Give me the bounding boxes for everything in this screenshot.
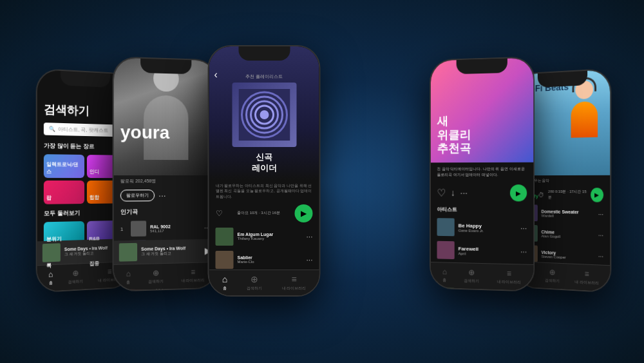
playlist-cover: [232, 83, 296, 147]
phone-notch-2: [140, 59, 191, 74]
playlist-track-2-thumb: [216, 251, 234, 269]
genre-hiphop-label: 힙합: [89, 194, 99, 201]
nav-library-label-4: 내 라이브러리: [497, 279, 522, 286]
playlist-track-2: Sablier Marie-Clo ···: [209, 248, 319, 271]
lofi-track-2-dots[interactable]: ···: [598, 231, 603, 239]
play-button-5[interactable]: ▶: [591, 188, 603, 202]
nav-search-1[interactable]: ⊕ 검색하기: [68, 268, 83, 285]
phone-playlist: ‹ 추천 플레이리스트 신곡 레이더: [208, 45, 321, 297]
search-nav-icon: ⊕: [73, 268, 79, 278]
playlist-track-1-thumb: [216, 228, 234, 246]
artist-photo: youra: [114, 57, 216, 175]
nav-search-label-5: 검색하기: [545, 278, 560, 284]
playlist-track-1-artist: Thifany Kauany: [238, 237, 303, 240]
popular-label: 인기곡: [114, 203, 216, 219]
genre-pop2-label: 록: [46, 262, 52, 270]
artist-buttons: 팔로우하기 ···: [114, 187, 216, 204]
search-icon-5: ⊕: [549, 268, 556, 277]
lofi-track-1-info: Domestic Sweater Wardell: [541, 209, 594, 218]
nav-search-3[interactable]: ⊕ 검색하기: [247, 274, 262, 291]
playlist-cover-svg: [238, 89, 290, 141]
svg-point-5: [260, 110, 269, 119]
weekly-track-1-thumb: [437, 218, 455, 236]
nav-library-4[interactable]: ≡ 내 라이브러리: [497, 269, 522, 286]
weekly-track-1: Be Happy Gene Evaro Jr. ···: [431, 215, 533, 240]
more-icon[interactable]: ···: [158, 190, 166, 201]
phone-artist: youra 팔로워 202,458명 팔로우하기 ··· 인기곡 1 RAL 9…: [113, 56, 218, 291]
genre-electronic[interactable]: 일렉트로닉/댄스: [44, 154, 84, 178]
phone-weekly: 새 위클리 추천곡 친 음악 딕티에이터입니다. 나만의 위 음연 이새로운 플…: [430, 56, 535, 291]
playlist-track-1-title: Em Algum Lugar: [238, 232, 303, 237]
heart-icon-4[interactable]: ♡: [437, 186, 446, 199]
library-icon-2: ≡: [191, 268, 195, 277]
lofi-track-3-dots[interactable]: ···: [598, 253, 603, 260]
nav-library-2[interactable]: ≡ 내 라이브러리: [181, 267, 205, 284]
weekly-desc: 친 음악 딕티에이터입니다. 나만의 위 음연 이새로운 플로리곡 여기서 업데…: [431, 162, 533, 182]
weekly-track-2-artist: April: [459, 251, 516, 257]
weekly-title-line3: 추천곡: [437, 142, 471, 155]
download-icon-4[interactable]: ↓: [451, 188, 455, 198]
weekly-track-1-dots[interactable]: ···: [520, 224, 527, 233]
nav-home-2[interactable]: ⌂ 홈: [126, 269, 131, 285]
nav-search-label-3: 검색하기: [247, 286, 262, 291]
nav-library-label-3: 내 라이브러리: [282, 286, 307, 291]
genre-electronic-label: 일렉트로닉/댄스: [46, 161, 82, 175]
genre-pop-label: 팝: [46, 194, 52, 201]
nav-home-1[interactable]: ⌂ 홈: [48, 270, 53, 286]
nav-home-3[interactable]: ⌂ 홈: [222, 274, 227, 291]
search-icon-3: ⊕: [251, 274, 258, 284]
heart-icon[interactable]: ♡: [216, 209, 223, 218]
nav-search-5[interactable]: ⊕ 검색하기: [545, 268, 560, 284]
nav-search-4[interactable]: ⊕ 검색하기: [464, 268, 480, 284]
nav-library-3[interactable]: ≡ 내 라이브러리: [282, 274, 307, 291]
playlist-play-button[interactable]: ▶: [295, 204, 313, 222]
nav-library-5[interactable]: ≡ 내 라이브러리: [575, 269, 599, 286]
lofi-track-1-dots[interactable]: ···: [598, 210, 603, 217]
library-icon-3: ≡: [291, 274, 296, 284]
playlist-title-line2: 레이더: [252, 163, 277, 173]
playlist-track-2-title: Sablier: [238, 255, 303, 260]
weekly-controls: ♡ ↓ ··· ▶: [431, 182, 533, 204]
mini-player-thumb: [43, 243, 61, 262]
back-chevron[interactable]: ‹: [214, 69, 218, 81]
play-button-4[interactable]: ▶: [510, 184, 527, 201]
weekly-track-1-info: Be Happy Gene Evaro Jr.: [459, 222, 516, 233]
lofi-person: [564, 80, 605, 166]
nav-home-4[interactable]: ⌂ 홈: [442, 267, 447, 283]
track-1-num: 1: [120, 226, 127, 231]
lofi-track-2-info: Chime Alan Gogoll: [541, 230, 594, 239]
mini-player-sub: 그 새 거짓 돌리고: [64, 250, 117, 257]
nav-search-label-1: 검색하기: [68, 279, 83, 285]
library-icon-5: ≡: [585, 270, 589, 279]
weekly-track-2-dots[interactable]: ···: [520, 247, 527, 256]
nav-search-2[interactable]: ⊕ 검색하기: [148, 268, 164, 285]
mini-player-2[interactable]: Some Days • Ira Wolf 그 새 거짓 돌리고 ▶: [114, 239, 216, 264]
lofi-time: 280 0:33분 · 17시간 15분: [548, 189, 587, 201]
playlist-track-2-info: Sablier Marie-Clo: [238, 255, 303, 264]
track-1-dots[interactable]: ···: [306, 232, 312, 241]
recommended-label: 추천 플레이리스트: [216, 74, 313, 80]
mini-player-info: Some Days • Ira Wolf 그 새 거짓 돌리고: [64, 245, 117, 257]
home-icon-3: ⌂: [222, 274, 227, 284]
follow-button[interactable]: 팔로우하기: [120, 190, 155, 201]
artist-stats: 팔로워 202,458명: [114, 175, 216, 187]
weekly-track-2-thumb: [437, 241, 455, 259]
playlist-desc: 내가 팔로우하는 아티스트의 최신 음악과 나만을 위해 선별된 최신 곡들을 …: [209, 181, 319, 202]
lofi-track-3-info: Victory Steven Cooper: [541, 250, 594, 260]
search-placeholder: 아티스트, 곡, 팟캐스트: [58, 126, 108, 134]
playlist-track-2-artist: Marie-Clo: [238, 260, 303, 264]
playlist-header: 추천 플레이리스트 신곡 레이더: [209, 46, 319, 181]
weekly-title-line2: 위클리: [437, 128, 471, 141]
track-2-dots[interactable]: ···: [306, 255, 312, 264]
playlist-likes: 좋아요 10개 · 3시간 16분: [237, 210, 280, 216]
playlist-title-line1: 신곡: [256, 152, 272, 162]
genre-pop[interactable]: 팝: [44, 181, 84, 204]
more-icon-4[interactable]: ···: [460, 188, 468, 198]
home-icon-2: ⌂: [126, 269, 131, 278]
genre-focus-label: 집중: [89, 260, 99, 268]
genre-indie-label: 인디: [89, 168, 99, 175]
track-1: 1 RAL 9002 541,117 ···: [114, 218, 216, 239]
playlist-track-1: Em Algum Lugar Thifany Kauany ···: [209, 225, 319, 248]
nav-home-label-1: 홈: [49, 280, 53, 286]
phones-container: 검색하기 🔍 아티스트, 곡, 팟캐스트 가장 많이 듣는 장르 일렉트로닉/댄…: [0, 0, 644, 363]
